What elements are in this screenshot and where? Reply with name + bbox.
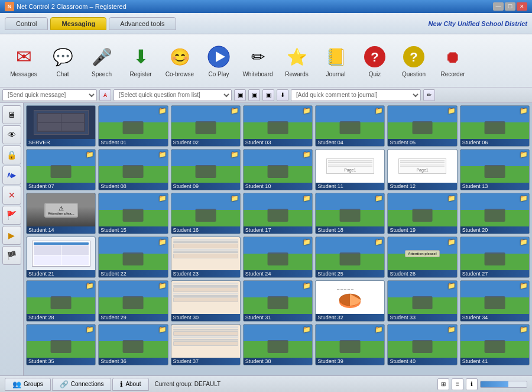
student-thumb-s10[interactable]: 📁 Student 10 [243, 149, 313, 190]
coplay-button[interactable]: Co Play [200, 41, 238, 80]
tab-control[interactable]: Control [5, 17, 48, 30]
icon-toolbar: ✉ Messages 💬 Chat 🎤 Speech ⬇ Register 😊 … [0, 34, 532, 88]
sidebar-close-btn[interactable]: ✕ [2, 186, 21, 205]
chat-label: Chat [56, 71, 69, 77]
student-thumb-s23[interactable]: Student 23 [171, 237, 241, 278]
sidebar-lock-btn[interactable]: 🔒 [2, 145, 21, 164]
student-thumb-s02[interactable]: 📁 Student 02 [171, 105, 241, 147]
student-thumb-s12[interactable]: Page1 Student 12 [387, 149, 457, 190]
status-info-btn[interactable]: ℹ [466, 378, 478, 390]
window-controls: — ☐ ✕ [493, 2, 527, 11]
student-thumb-s13[interactable]: 📁 Student 13 [460, 149, 530, 190]
journal-send-button[interactable]: ✏ [423, 89, 435, 101]
student-thumb-s19[interactable]: 📁 Student 19 [387, 193, 457, 234]
student-thumb-s25[interactable]: 📁 Student 25 [315, 237, 385, 278]
student-thumb-s17[interactable]: 📁 Student 17 [243, 193, 313, 234]
thumb-img-s04: 📁 [316, 106, 384, 139]
question-button[interactable]: ? Question [395, 41, 433, 80]
whiteboard-button[interactable]: ✏ Whiteboard [239, 41, 277, 80]
student-thumb-s15[interactable]: 📁 Student 15 [98, 193, 168, 234]
student-thumb-s27[interactable]: 📁 Student 27 [460, 237, 530, 278]
student-thumb-s38[interactable]: 📁 Student 38 [243, 324, 313, 365]
student-thumb-s09[interactable]: 📁 Student 09 [171, 149, 241, 190]
cobrowse-button[interactable]: 😊 Co-browse [161, 41, 199, 80]
student-thumb-s41[interactable]: 📁 Student 41 [460, 324, 530, 365]
maximize-button[interactable]: ☐ [505, 2, 515, 11]
sidebar-flag2-btn[interactable]: 🏴 [2, 246, 21, 265]
student-thumb-s37[interactable]: Student 37 [171, 324, 241, 365]
student-thumb-s06[interactable]: 📁 Student 06 [460, 105, 530, 147]
student-thumb-s07[interactable]: 📁 Student 07 [26, 149, 96, 190]
student-label-s29: Student 29 [99, 314, 167, 321]
student-thumb-s31[interactable]: 📁 Student 31 [243, 280, 313, 322]
rewards-button[interactable]: ⭐ Rewards [278, 41, 316, 80]
recorder-button[interactable]: ⏺ Recorder [434, 41, 472, 80]
student-thumb-s36[interactable]: 📁 Student 36 [98, 324, 168, 365]
journal-button[interactable]: 📒 Journal [317, 41, 355, 80]
q-btn3[interactable]: ▣ [262, 89, 274, 101]
thumb-img-s29: 📁 [99, 281, 167, 314]
thumb-img-s14: ⚠ Attention plea... [27, 193, 95, 226]
student-label-s17: Student 17 [244, 226, 312, 234]
student-thumb-s35[interactable]: 📁 Student 35 [26, 324, 96, 365]
student-thumb-s16[interactable]: 📁 Student 16 [171, 193, 241, 234]
student-thumb-s39[interactable]: 📁 Student 39 [315, 324, 385, 365]
student-thumb-s04[interactable]: 📁 Student 04 [315, 105, 385, 147]
student-thumb-s11[interactable]: Page1 Student 11 [315, 149, 385, 190]
q-btn2[interactable]: ▣ [248, 89, 260, 101]
tab-messaging[interactable]: Messaging [50, 17, 106, 30]
close-button[interactable]: ✕ [517, 2, 527, 11]
chat-button[interactable]: 💬 Chat [44, 41, 82, 80]
q-btn4[interactable]: ⬇ [277, 89, 288, 101]
student-thumb-s40[interactable]: 📁 Student 40 [387, 324, 457, 365]
student-thumb-s24[interactable]: 📁 Student 24 [243, 237, 313, 278]
student-thumb-s26[interactable]: 📁 Attention please! Student 26 [387, 237, 457, 278]
status-grid-btn[interactable]: ⊞ [437, 378, 449, 390]
current-group: Current group: DEFAULT [155, 381, 221, 387]
student-thumb-s18[interactable]: 📁 Student 18 [315, 193, 385, 234]
tab-group: Control Messaging Advanced tools [5, 17, 176, 30]
student-label-s07: Student 07 [27, 183, 95, 190]
student-thumb-s29[interactable]: 📁 Student 29 [98, 280, 168, 322]
student-thumb-s20[interactable]: 📁 Student 20 [460, 193, 530, 234]
status-list-btn[interactable]: ≡ [452, 378, 463, 390]
student-label-s37: Student 37 [171, 358, 240, 365]
sidebar-screen-btn[interactable]: 🖥 [2, 105, 21, 124]
connections-tab[interactable]: 🔗 Connections [52, 378, 112, 391]
register-button[interactable]: ⬇ Register [122, 41, 160, 80]
content-area[interactable]: SERVER 📁 Student 01 📁 Student 02 📁 Stude… [24, 103, 532, 375]
sidebar-text-btn[interactable]: A▶ [2, 166, 21, 184]
student-thumb-s34[interactable]: 📁 Student 34 [460, 280, 530, 322]
student-thumb-s05[interactable]: 📁 Student 05 [387, 105, 457, 147]
student-label-s12: Student 12 [388, 183, 456, 190]
speech-button[interactable]: 🎤 Speech [83, 41, 121, 80]
student-thumb-s03[interactable]: 📁 Student 03 [243, 105, 313, 147]
student-thumb-s21[interactable]: Student 21 [26, 237, 96, 278]
quick-question-select[interactable]: [Select quick question from list] [113, 89, 232, 101]
progress-bar-fill [481, 381, 508, 387]
tab-advanced[interactable]: Advanced tools [109, 17, 176, 30]
q-btn1[interactable]: ▣ [234, 89, 246, 101]
student-thumb-s08[interactable]: 📁 Student 08 [98, 149, 168, 190]
groups-tab[interactable]: 👥 Groups [5, 378, 51, 391]
message-send-button[interactable]: A [99, 89, 111, 101]
student-thumb-server[interactable]: SERVER [26, 105, 96, 147]
about-tab[interactable]: ℹ About [112, 378, 148, 391]
student-thumb-s33[interactable]: 📁 Student 33 [387, 280, 457, 322]
student-thumb-s14[interactable]: ⚠ Attention plea... Student 14 [26, 193, 96, 234]
student-thumb-s22[interactable]: 📁 Student 22 [98, 237, 168, 278]
sidebar-play-btn[interactable]: ▶ [2, 226, 21, 245]
student-thumb-s01[interactable]: 📁 Student 01 [98, 105, 168, 147]
sidebar-view-btn[interactable]: 👁 [2, 125, 21, 144]
register-label: Register [129, 71, 151, 77]
messages-button[interactable]: ✉ Messages [5, 41, 43, 80]
sidebar-flag-btn[interactable]: 🚩 [2, 206, 21, 225]
quick-message-select[interactable]: [Send quick message] [2, 89, 97, 101]
minimize-button[interactable]: — [493, 2, 504, 11]
student-thumb-s30[interactable]: Student 30 [171, 280, 241, 322]
student-thumb-s28[interactable]: 📁 Student 28 [26, 280, 96, 322]
student-label-s11: Student 11 [316, 183, 384, 190]
quick-journal-select[interactable]: [Add quick comment to journal] [291, 89, 421, 101]
quiz-button[interactable]: ? Quiz [356, 41, 394, 80]
student-thumb-s32[interactable]: ─ ─ ─ ─ ─ Student 32 [315, 280, 385, 322]
